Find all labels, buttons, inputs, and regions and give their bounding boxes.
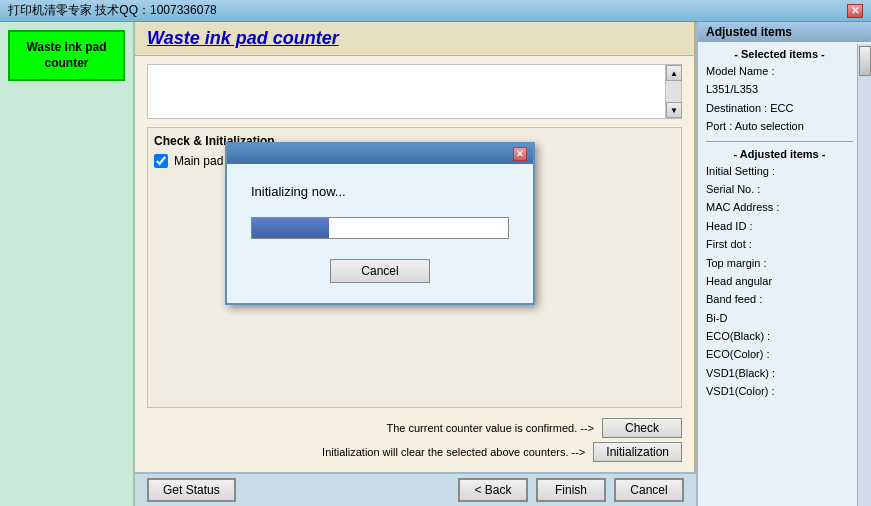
mac-address: MAC Address : <box>706 200 853 215</box>
initial-setting: Initial Setting : <box>706 164 853 179</box>
right-panel-content: - Selected items - Model Name : L351/L35… <box>698 42 871 409</box>
vsd1-color: VSD1(Color) : <box>706 384 853 399</box>
initializing-dialog: ✕ Initializing now... Cancel <box>225 142 535 305</box>
serial-no: Serial No. : <box>706 182 853 197</box>
model-name-label: Model Name : <box>706 64 853 79</box>
back-button[interactable]: < Back <box>458 478 528 502</box>
progress-bar <box>252 218 329 238</box>
main-layout: Waste ink pad counter Waste ink pad coun… <box>0 22 871 506</box>
port-label: Port : Auto selection <box>706 119 853 134</box>
adjusted-items-header: - Adjusted items - <box>706 148 853 160</box>
top-margin: Top margin : <box>706 256 853 271</box>
eco-black: ECO(Black) : <box>706 329 853 344</box>
divider-1 <box>706 141 853 142</box>
head-angular: Head angular <box>706 274 853 289</box>
right-panel-header: Adjusted items <box>698 22 871 42</box>
modal-cancel-button[interactable]: Cancel <box>330 259 429 283</box>
right-panel: Adjusted items - Selected items - Model … <box>696 22 871 506</box>
close-window-button[interactable]: ✕ <box>847 4 863 18</box>
modal-titlebar: ✕ <box>227 144 533 164</box>
modal-status-text: Initializing now... <box>251 184 509 199</box>
progress-bar-container <box>251 217 509 239</box>
head-id: Head ID : <box>706 219 853 234</box>
center-content: Waste ink pad counter ▲ ▼ Check & Initia… <box>135 22 696 472</box>
right-scrollbar[interactable] <box>857 44 871 506</box>
modal-body: Initializing now... Cancel <box>227 164 533 303</box>
selected-items-header: - Selected items - <box>706 48 853 60</box>
modal-overlay: ✕ Initializing now... Cancel <box>135 22 694 472</box>
sidebar: Waste ink pad counter <box>0 22 135 506</box>
model-name-value: L351/L353 <box>706 82 853 97</box>
top-bar: 打印机清零专家 技术QQ：1007336078 ✕ <box>0 0 871 22</box>
top-bar-title: 打印机清零专家 技术QQ：1007336078 <box>8 2 217 19</box>
modal-close-button[interactable]: ✕ <box>513 147 527 161</box>
modal-cancel-row: Cancel <box>251 259 509 283</box>
first-dot: First dot : <box>706 237 853 252</box>
destination-label: Destination : ECC <box>706 101 853 116</box>
bottom-nav: Get Status < Back Finish Cancel <box>135 472 696 506</box>
bi-d: Bi-D <box>706 311 853 326</box>
right-scrollbar-thumb <box>859 46 871 76</box>
eco-color: ECO(Color) : <box>706 347 853 362</box>
cancel-button[interactable]: Cancel <box>614 478 684 502</box>
right-panel-title: Adjusted items <box>706 25 792 39</box>
vsd1-black: VSD1(Black) : <box>706 366 853 381</box>
band-feed: Band feed : <box>706 292 853 307</box>
get-status-button[interactable]: Get Status <box>147 478 236 502</box>
sidebar-item-waste-ink[interactable]: Waste ink pad counter <box>8 30 125 81</box>
finish-button[interactable]: Finish <box>536 478 606 502</box>
